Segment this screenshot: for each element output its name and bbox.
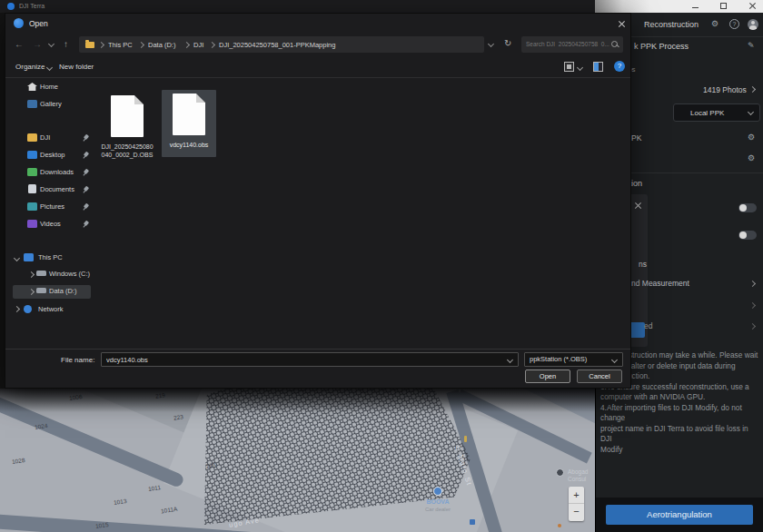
sidebar-item-videos[interactable]: Videos	[40, 220, 61, 228]
sidebar-item-dji[interactable]: DJI	[40, 133, 50, 142]
poi-abogad-line1[interactable]: Abogad	[568, 468, 588, 475]
sidebar-item-desktop[interactable]: Desktop	[40, 151, 65, 159]
file-type-combobox[interactable]: ppkStation (*.OBS)	[524, 352, 623, 367]
folder-icon-tab	[85, 40, 89, 42]
photos-count[interactable]: 1419 Photos	[703, 85, 747, 94]
note-line: 4.After importing files to DJI Modify, d…	[600, 403, 760, 424]
sidebar-item-this-pc[interactable]: This PC	[38, 253, 63, 261]
nav-back-icon[interactable]: ←	[15, 39, 24, 49]
map-house-number: 1013	[114, 498, 127, 506]
breadcrumb-bar[interactable]: This PC Data (D:) DJI DJI_202504250758_0…	[79, 36, 484, 53]
option-row-3-fragment[interactable]: ed	[644, 321, 652, 330]
poi-boova-icon[interactable]	[433, 487, 442, 496]
this-pc-expand-icon[interactable]	[14, 255, 20, 261]
map-house-number: 1011	[148, 484, 162, 492]
window-close-button[interactable]	[748, 2, 757, 10]
breadcrumb-sep-icon	[98, 41, 104, 47]
dialog-footer-divider	[5, 349, 630, 350]
photos-chevron-icon[interactable]	[749, 86, 756, 93]
zoom-in-button[interactable]: +	[569, 487, 584, 504]
pictures-icon	[27, 202, 37, 211]
address-dropdown-chevron-icon[interactable]	[488, 41, 494, 47]
nav-recent-chevron-icon[interactable]	[48, 41, 54, 47]
map-marker	[464, 436, 467, 442]
pin-icon	[80, 202, 90, 212]
window-maximize-button[interactable]	[720, 3, 727, 9]
refresh-icon[interactable]: ↻	[504, 38, 511, 48]
titlebar-light-strip	[595, 0, 763, 13]
ppk-mode-chevron-icon	[748, 109, 754, 115]
map-area[interactable]: 1006 219 223 1024 1028 225 1011 1013 101…	[0, 389, 595, 532]
edit-pencil-icon[interactable]: ✎	[748, 42, 755, 50]
option-row-1-fragment[interactable]: nd Measurement	[631, 279, 689, 288]
dialog-close-icon[interactable]	[618, 20, 626, 28]
search-input[interactable]	[526, 38, 609, 50]
drive-icon	[36, 288, 46, 293]
sidebar-item-pictures[interactable]: Pictures	[40, 202, 64, 211]
open-button[interactable]: Open	[525, 369, 570, 383]
sidebar-item-windows-c[interactable]: Windows (C:)	[49, 270, 90, 278]
option-row-3-chevron-icon[interactable]	[749, 323, 756, 330]
user-avatar[interactable]	[748, 19, 758, 30]
aerotriangulation-button[interactable]: Aerotriangulation	[606, 505, 753, 525]
app-logo-icon	[7, 3, 15, 10]
zoom-out-button[interactable]: −	[569, 504, 584, 520]
window-minimize-button[interactable]	[692, 7, 699, 8]
nav-up-icon[interactable]: ↑	[64, 39, 68, 49]
pin-icon	[80, 133, 90, 143]
option-row-1-chevron-icon[interactable]	[749, 281, 756, 287]
file-name-combobox[interactable]	[101, 352, 519, 367]
sidebar-item-network[interactable]: Network	[38, 305, 64, 313]
toggle-switch-2[interactable]	[738, 231, 757, 240]
sidebar-item-downloads[interactable]: Downloads	[40, 168, 74, 176]
dialog-title: Open	[29, 19, 48, 28]
sidebar-item-home[interactable]: Home	[40, 83, 58, 91]
poi-abogad-icon[interactable]	[556, 468, 564, 477]
organize-chevron-icon	[46, 64, 53, 71]
view-mode-icon[interactable]	[564, 62, 574, 72]
file-type-chevron-icon[interactable]	[611, 357, 618, 363]
sidebar-item-data-d[interactable]: Data (D:)	[49, 287, 76, 295]
sidebar-item-documents[interactable]: Documents	[40, 185, 74, 193]
computer-icon	[24, 253, 34, 261]
dialog-help-icon[interactable]: ?	[614, 61, 625, 72]
network-expand-icon[interactable]	[14, 306, 20, 312]
file-name-chevron-icon[interactable]	[507, 357, 513, 363]
windows-c-expand-icon[interactable]	[28, 271, 35, 278]
breadcrumb-item[interactable]: DJI_202504250758_001-PPKMapping	[219, 41, 335, 49]
organize-button[interactable]: Organize	[15, 63, 45, 71]
sidebar-item-gallery[interactable]: Gallery	[40, 100, 62, 108]
help-icon[interactable]: ?	[729, 19, 739, 29]
nav-forward-icon[interactable]: →	[33, 39, 42, 49]
subdialog-ok-button-fragment[interactable]	[629, 322, 645, 338]
pin-icon	[80, 150, 90, 160]
file-icon	[111, 95, 144, 137]
downloads-icon	[27, 168, 37, 176]
breadcrumb-item[interactable]: This PC	[108, 41, 133, 49]
subdialog-close-icon[interactable]	[634, 202, 642, 210]
toggle-switch-1[interactable]	[738, 203, 757, 212]
file-tile-selected[interactable]: vdcy1140.obs	[162, 90, 216, 157]
settings-gear-icon[interactable]: ⚙	[711, 20, 718, 28]
cancel-button[interactable]: Cancel	[577, 369, 622, 383]
preview-pane-icon[interactable]	[593, 62, 603, 72]
file-tile[interactable]: DJI_20250425080 040_0002_D.OBS	[96, 92, 158, 164]
poi-boova-title[interactable]: BOOVA	[420, 498, 456, 505]
map-zoom-control: + −	[569, 487, 584, 521]
new-folder-button[interactable]: New folder	[59, 63, 94, 71]
map-house-number: 1028	[12, 457, 25, 465]
map-marker	[470, 519, 475, 525]
file-name-input[interactable]	[106, 354, 497, 365]
file-name-label: File name:	[61, 356, 94, 364]
breadcrumb-item[interactable]: Data (D:)	[148, 41, 175, 49]
ppk-mode-select[interactable]: Local PPK	[673, 103, 760, 122]
gallery-icon	[27, 100, 37, 108]
breadcrumb-item[interactable]: DJI	[193, 41, 203, 49]
search-box[interactable]	[521, 36, 623, 53]
station-settings-gear-icon[interactable]: ⚙	[748, 154, 755, 163]
folder-icon	[85, 42, 94, 48]
option-row-2-chevron-icon[interactable]	[749, 302, 756, 309]
view-mode-chevron-icon[interactable]	[577, 64, 583, 71]
ppk-settings-gear-icon[interactable]: ⚙	[748, 133, 755, 142]
folder-icon	[27, 133, 37, 142]
